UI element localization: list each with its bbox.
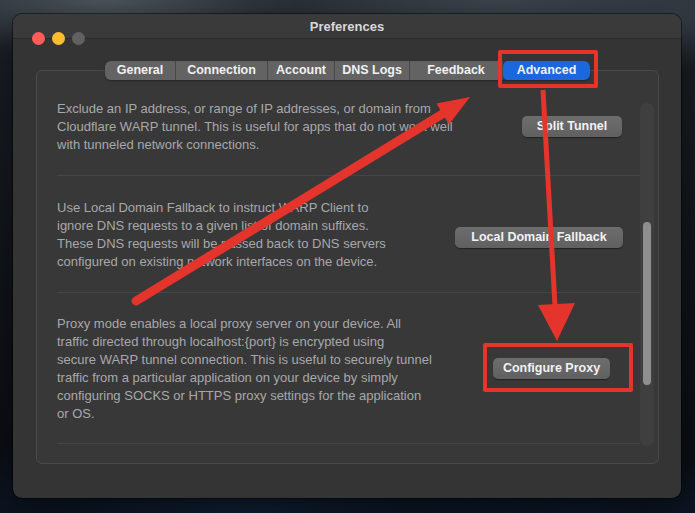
scrollbar-thumb[interactable] <box>643 222 651 385</box>
tab-dns-logs[interactable]: DNS Logs <box>335 61 410 80</box>
tab-general[interactable]: General <box>105 61 176 80</box>
description-line: These DNS requests will be passed back t… <box>57 235 386 253</box>
tab-feedback[interactable]: Feedback <box>410 61 503 80</box>
description-line: with tunneled network connections. <box>57 136 453 154</box>
row-divider <box>57 175 640 176</box>
split-tunnel-button[interactable]: Split Tunnel <box>522 116 622 137</box>
description-line: Use Local Domain Fallback to instruct WA… <box>57 199 386 217</box>
description-line: traffic from a particular application on… <box>57 369 432 387</box>
description-line: configured on existing network interface… <box>57 253 386 271</box>
description-line: traffic directed through localhost:{port… <box>57 333 432 351</box>
window-title: Preferences <box>13 14 681 39</box>
tab-connection[interactable]: Connection <box>176 61 268 80</box>
proxy-mode-description: Proxy mode enables a local proxy server … <box>57 315 432 423</box>
annotation-box-configure-proxy <box>483 343 633 392</box>
description-line: ignore DNS requests to a given list of d… <box>57 217 386 235</box>
description-line: Cloudflare WARP tunnel. This is useful f… <box>57 118 453 136</box>
local-domain-fallback-description: Use Local Domain Fallback to instruct WA… <box>57 199 386 271</box>
desktop-wallpaper: { "window": { "title": "Preferences" }, … <box>0 0 695 513</box>
titlebar: Preferences <box>13 14 681 39</box>
scrollbar-track[interactable] <box>640 103 654 446</box>
description-line: Proxy mode enables a local proxy server … <box>57 315 432 333</box>
tab-account[interactable]: Account <box>268 61 335 80</box>
description-line: configuring SOCKS or HTTPS proxy setting… <box>57 387 432 405</box>
row-divider <box>57 292 640 293</box>
description-line: or OS. <box>57 405 432 423</box>
description-line: secure WARP tunnel connection. This is u… <box>57 351 432 369</box>
row-divider <box>57 443 640 444</box>
split-tunnel-description: Exclude an IP address, or range of IP ad… <box>57 100 453 154</box>
description-line: Exclude an IP address, or range of IP ad… <box>57 100 453 118</box>
annotation-box-advanced-tab <box>498 50 598 88</box>
local-domain-fallback-button[interactable]: Local Domain Fallback <box>455 227 623 248</box>
